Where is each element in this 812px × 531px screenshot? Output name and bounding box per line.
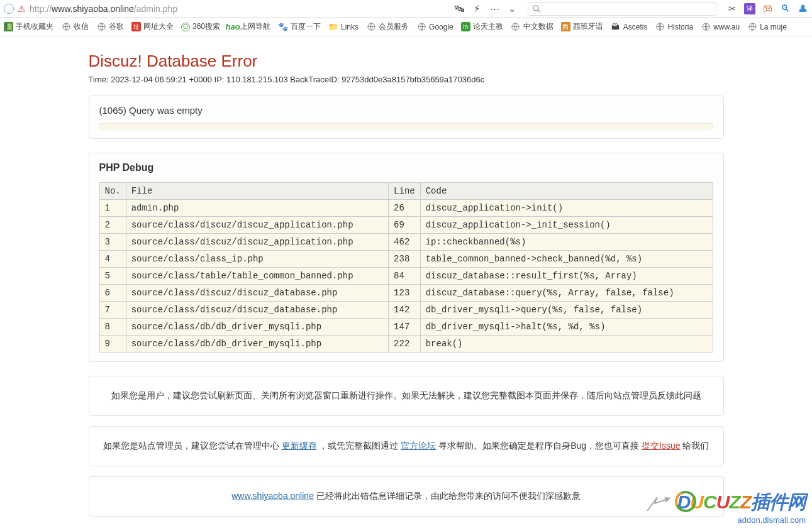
bookmark-item[interactable]: www.au — [701, 22, 740, 32]
translate-icon[interactable]: 🔤︎ — [453, 3, 465, 14]
bookmark-item[interactable]: 📁Links — [328, 22, 359, 32]
cell-file: source/class/class_ip.php — [126, 251, 388, 268]
cell-file: source/class/discuz/discuz_application.p… — [126, 234, 388, 251]
table-row: 2source/class/discuz/discuz_application.… — [99, 217, 713, 234]
error-title: Discuz! Database Error — [89, 52, 724, 71]
bookmark-label: 西班牙语 — [573, 21, 603, 32]
globe-icon — [701, 22, 711, 32]
cell-no: 4 — [99, 251, 126, 268]
th-no: No. — [99, 183, 126, 200]
bookmark-item[interactable]: 谷歌 — [96, 21, 124, 32]
bookmark-label: 谷歌 — [109, 21, 124, 32]
cell-no: 8 — [99, 319, 126, 336]
submit-issue-link[interactable]: 提交Issue — [642, 441, 680, 451]
page-content: Discuz! Database Error Time: 2023-12-04 … — [89, 52, 724, 517]
more-icon[interactable]: ⋯ — [489, 3, 500, 14]
bookmark-item[interactable]: 🐾百度一下 — [278, 21, 321, 32]
site-link[interactable]: www.shiyaoba.online — [231, 491, 314, 501]
url-path: /admin.php — [134, 4, 177, 14]
query-text: (1065) Query was empty — [99, 105, 713, 116]
update-cache-link[interactable]: 更新缓存 — [282, 441, 317, 451]
user-msg-box: 如果您是用户，建议您尝试刷新页面、关闭所有浏览器窗口重新进行操作。如果无法解决，… — [89, 376, 724, 416]
admin-msg-b: ，或凭完整截图通过 — [317, 441, 401, 451]
cell-line: 222 — [389, 336, 421, 353]
bookmark-label: Google — [429, 23, 453, 31]
bookmark-label: 手机收藏夹 — [16, 21, 53, 32]
globe-icon — [366, 22, 376, 32]
cell-no: 7 — [99, 302, 126, 319]
table-row: 4source/class/class_ip.php238table_commo… — [99, 251, 713, 268]
bookmark-label: 360搜索 — [192, 21, 220, 32]
svg-point-0 — [533, 5, 538, 10]
bookmark-item[interactable]: 🏔Ascetis — [611, 22, 648, 32]
cell-code: discuz_application->init() — [420, 200, 713, 217]
cell-code: table_common_banned->check_banned(%d, %s… — [420, 251, 713, 268]
watermark-sub: addon.dismall.com — [677, 515, 806, 525]
table-row: 1admin.php26discuz_application->init() — [99, 200, 713, 217]
url-host: www.shiyaoba.online — [52, 4, 134, 14]
search-icon — [532, 4, 541, 13]
bookmark-item[interactable]: Historia — [655, 22, 693, 32]
bookmark-item[interactable]: in论天主教 — [461, 21, 503, 32]
cell-code: db_driver_mysqli->query(%s, false, false… — [420, 302, 713, 319]
cell-no: 6 — [99, 285, 126, 302]
globe-icon — [61, 22, 71, 32]
url-text[interactable]: http://www.shiyaoba.online/admin.php — [30, 4, 448, 14]
browser-right-icons: ✂︎ 译 🎮︎ 🔍︎ 👤︎ — [726, 3, 808, 14]
table-row: 3source/class/discuz/discuz_application.… — [99, 234, 713, 251]
translate-ext-icon[interactable]: 译 — [744, 3, 755, 14]
bookmark-item[interactable]: O360搜索 — [181, 21, 220, 32]
sq-red-icon: 址 — [131, 22, 141, 31]
cell-line: 69 — [389, 217, 421, 234]
scissors-icon[interactable]: ✂︎ — [726, 3, 738, 14]
bookmark-item[interactable]: La muje — [747, 22, 787, 32]
cell-no: 5 — [99, 268, 126, 285]
globe-icon — [511, 22, 521, 32]
th-file: File — [126, 183, 388, 200]
bookmark-label: www.au — [713, 23, 740, 31]
url-prefix: http:// — [30, 4, 52, 14]
bookmark-label: 网址大全 — [143, 21, 174, 32]
debug-table: No. File Line Code 1admin.php26discuz_ap… — [99, 182, 713, 353]
cell-file: source/class/discuz/discuz_database.php — [126, 302, 388, 319]
search-ext-icon[interactable]: 🔍︎ — [779, 3, 791, 14]
bookmark-item[interactable]: 收信 — [61, 21, 89, 32]
bookmark-label: 论天主教 — [473, 21, 503, 32]
bookmark-item[interactable]: 📗手机收藏夹 — [4, 21, 53, 32]
bookmark-item[interactable]: hao上网导航 — [228, 21, 270, 32]
bookmark-label: 会员服务 — [379, 21, 409, 32]
bookmark-item[interactable]: 址网址大全 — [131, 21, 174, 32]
th-code: Code — [420, 183, 713, 200]
target-icon[interactable] — [4, 4, 14, 14]
bookmark-label: 收信 — [74, 21, 89, 32]
bookmarks-bar: 📗手机收藏夹收信谷歌址网址大全O360搜索hao上网导航🐾百度一下📁Links会… — [0, 18, 812, 36]
bookmark-item[interactable]: 中文数据 — [511, 21, 553, 32]
bookmark-item[interactable]: Google — [416, 22, 453, 32]
table-header-row: No. File Line Code — [99, 183, 713, 200]
admin-msg-a: 如果您是站点管理员，建议您尝试在管理中心 — [103, 441, 282, 451]
footer-msg-b: 已经将此出错信息详细记录，由此给您带来的访问不便我们深感歉意 — [314, 491, 581, 501]
cell-file: source/class/db/db_driver_mysqli.php — [126, 336, 388, 353]
cell-no: 2 — [99, 217, 126, 234]
cell-code: discuz_database::result_first(%s, Array) — [420, 268, 713, 285]
official-forum-link[interactable]: 官方论坛 — [401, 441, 436, 451]
paw-icon: 🐾 — [278, 22, 288, 32]
game-icon[interactable]: 🎮︎ — [762, 3, 773, 14]
cell-line: 123 — [389, 285, 421, 302]
bookmark-item[interactable]: 会员服务 — [366, 21, 409, 32]
cell-file: source/class/discuz/discuz_application.p… — [126, 217, 388, 234]
table-row: 8source/class/db/db_driver_mysqli.php147… — [99, 319, 713, 336]
globe-icon — [655, 22, 665, 32]
cell-code: discuz_application->_init_session() — [420, 217, 713, 234]
bolt-icon[interactable]: ⚡︎ — [471, 3, 482, 14]
cell-file: admin.php — [126, 200, 388, 217]
admin-msg-c: 寻求帮助。如果您确定是程序自身Bug，您也可直接 — [436, 441, 642, 451]
person-icon[interactable]: 👤︎ — [797, 3, 808, 14]
security-warn-icon[interactable]: ⚠︎ — [18, 4, 26, 14]
chevron-down-icon[interactable]: ⌄ — [506, 3, 518, 14]
query-box: (1065) Query was empty — [89, 96, 724, 139]
bookmark-item[interactable]: 西西班牙语 — [561, 21, 603, 32]
search-box[interactable] — [528, 2, 716, 16]
cell-line: 26 — [389, 200, 421, 217]
bookmark-label: 中文数据 — [523, 21, 553, 32]
